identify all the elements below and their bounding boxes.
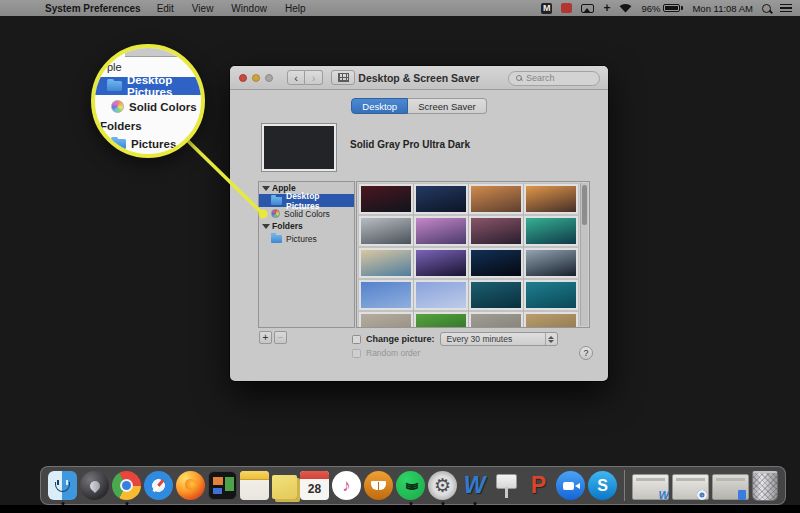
- menu-app-name[interactable]: System Preferences: [45, 3, 141, 14]
- folder-icon: [111, 139, 126, 149]
- stepper-icon: [545, 333, 557, 345]
- dock-facetime-icon[interactable]: [556, 471, 585, 500]
- dock-safari-icon[interactable]: [144, 471, 173, 500]
- menu-help[interactable]: Help: [285, 3, 306, 14]
- wallpaper-thumbnail[interactable]: [471, 218, 521, 244]
- folder-icon: [107, 81, 122, 91]
- dock-word-icon[interactable]: W: [460, 471, 489, 500]
- search-icon: [516, 75, 522, 81]
- wallpaper-thumbnail[interactable]: [416, 250, 466, 276]
- random-order-checkbox[interactable]: [352, 349, 361, 358]
- color-wheel-icon: [271, 209, 280, 218]
- wallpaper-thumbnail[interactable]: [526, 250, 576, 276]
- tab-screen-saver[interactable]: Screen Saver: [408, 98, 487, 114]
- nav-buttons: [287, 70, 323, 85]
- wallpaper-thumbnail[interactable]: [361, 186, 411, 212]
- wallpaper-thumbnail[interactable]: [416, 282, 466, 308]
- folder-icon: [271, 235, 282, 243]
- disclosure-triangle-icon[interactable]: [262, 186, 270, 191]
- wallpaper-thumbnail[interactable]: [416, 218, 466, 244]
- menu-clock[interactable]: Mon 11:08 AM: [692, 3, 753, 14]
- desktop: System Preferences Edit View Window Help…: [0, 0, 800, 513]
- source-sidebar: Apple Desktop Pictures Solid Colors Fold…: [258, 181, 355, 328]
- back-button[interactable]: [287, 70, 305, 85]
- wallpaper-thumbnail[interactable]: [361, 218, 411, 244]
- remove-folder-button[interactable]: [274, 331, 287, 344]
- wallpaper-thumbnail[interactable]: [526, 186, 576, 212]
- screen-bottom-edge: [0, 505, 800, 513]
- dock-itunes-icon[interactable]: ♪: [332, 471, 361, 500]
- dock-firefox-icon[interactable]: [176, 471, 205, 500]
- current-wallpaper-name: Solid Gray Pro Ultra Dark: [350, 139, 470, 150]
- dock-keynote-icon[interactable]: [492, 471, 521, 500]
- sidebar-item-desktop-pictures[interactable]: Desktop Pictures: [259, 194, 354, 207]
- adobe-menu-icon[interactable]: M: [541, 3, 553, 14]
- wallpaper-thumbnail[interactable]: [526, 314, 576, 328]
- wallpaper-thumbnail[interactable]: [361, 250, 411, 276]
- dock-minwin-doc-icon[interactable]: [712, 474, 749, 500]
- search-field[interactable]: Search: [508, 71, 600, 86]
- dock-powerpoint-icon[interactable]: P: [524, 471, 553, 500]
- desktop-screensaver-window: Desktop & Screen Saver Search Desktop Sc…: [230, 66, 608, 381]
- wallpaper-thumbnail[interactable]: [361, 314, 411, 328]
- menu-window[interactable]: Window: [231, 3, 267, 14]
- move-tool-icon[interactable]: +: [603, 2, 610, 14]
- interval-value: Every 30 minutes: [447, 334, 513, 344]
- wallpaper-thumbnail[interactable]: [361, 282, 411, 308]
- callout-pictures-row: Pictures: [111, 138, 176, 150]
- change-picture-checkbox[interactable]: [352, 335, 361, 344]
- dock-stickies-icon[interactable]: [272, 475, 297, 499]
- battery-icon: [663, 4, 680, 12]
- dock-minwin-chrome-icon[interactable]: [672, 474, 709, 500]
- sidebar-item-pictures[interactable]: Pictures: [259, 232, 354, 245]
- dock-finder-icon[interactable]: [48, 471, 77, 500]
- dock-trash-icon[interactable]: [752, 471, 778, 501]
- minimize-button[interactable]: [252, 74, 260, 82]
- notification-center-icon[interactable]: [780, 4, 792, 13]
- change-picture-row: Change picture: Every 30 minutes: [352, 332, 558, 346]
- callout-folders-label: Folders: [100, 120, 142, 132]
- scrollbar[interactable]: [580, 183, 588, 326]
- add-folder-button[interactable]: [259, 331, 272, 344]
- menu-edit[interactable]: Edit: [157, 3, 174, 14]
- close-button[interactable]: [239, 74, 247, 82]
- dock-settings-icon[interactable]: ⚙: [428, 471, 457, 500]
- wallpaper-thumbnail[interactable]: [526, 218, 576, 244]
- dock-notes-icon[interactable]: [240, 471, 269, 500]
- callout-solid-colors-row: Solid Colors: [111, 100, 197, 113]
- color-wheel-icon: [111, 100, 124, 113]
- wallpaper-thumbnail[interactable]: [471, 282, 521, 308]
- dock-chrome-icon[interactable]: [112, 471, 141, 500]
- dock-spotify-icon[interactable]: ))): [396, 471, 425, 500]
- dock-minwin-word-icon[interactable]: W: [632, 474, 669, 500]
- menu-view[interactable]: View: [192, 3, 214, 14]
- show-all-button[interactable]: [331, 70, 355, 85]
- wallpaper-thumbnail[interactable]: [416, 186, 466, 212]
- window-titlebar[interactable]: Desktop & Screen Saver Search: [230, 66, 608, 90]
- zoom-button[interactable]: [265, 74, 273, 82]
- help-button[interactable]: [579, 346, 593, 360]
- dock-books-icon[interactable]: [364, 471, 393, 500]
- callout-window-edge: [125, 48, 191, 57]
- wallpaper-thumbnail[interactable]: [471, 250, 521, 276]
- sidebar-group-folders[interactable]: Folders: [259, 220, 354, 232]
- apple-menu-icon[interactable]: [20, 3, 31, 14]
- red-app-menu-icon[interactable]: [561, 3, 572, 13]
- wallpaper-thumbnail[interactable]: [416, 314, 466, 328]
- spotlight-icon[interactable]: [762, 4, 771, 13]
- wifi-icon[interactable]: [619, 2, 632, 14]
- battery-status[interactable]: 96%: [641, 3, 683, 14]
- disclosure-triangle-icon[interactable]: [262, 224, 270, 229]
- scrollbar-thumb[interactable]: [582, 185, 587, 225]
- dock-skype-icon[interactable]: S: [588, 471, 617, 500]
- dock-tiles-icon[interactable]: [208, 471, 237, 500]
- dock-calendar-icon[interactable]: 28: [300, 471, 329, 500]
- wallpaper-thumbnail[interactable]: [471, 314, 521, 328]
- wallpaper-thumbnail[interactable]: [526, 282, 576, 308]
- wallpaper-thumbnail[interactable]: [471, 186, 521, 212]
- airplay-display-icon[interactable]: [581, 4, 594, 13]
- tab-desktop[interactable]: Desktop: [351, 98, 408, 114]
- interval-dropdown[interactable]: Every 30 minutes: [440, 332, 558, 346]
- dock-launchpad-icon[interactable]: [80, 471, 109, 500]
- forward-button[interactable]: [305, 70, 323, 85]
